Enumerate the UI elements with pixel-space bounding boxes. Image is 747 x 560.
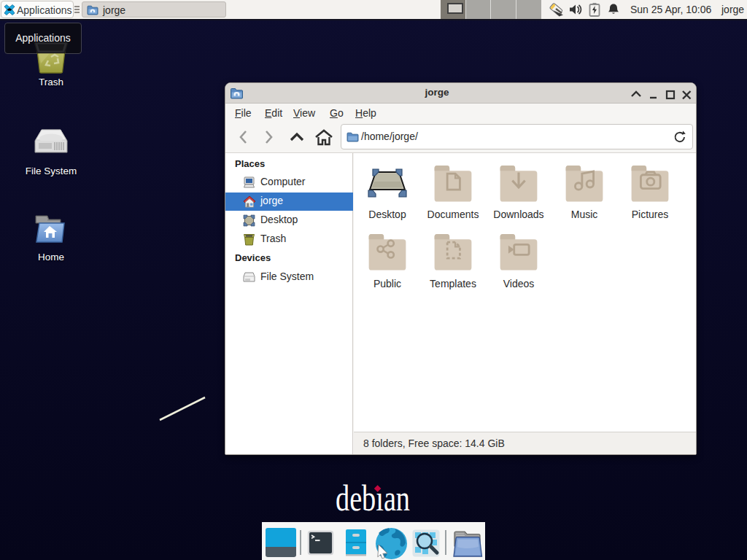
svg-text:debıan: debıan	[336, 478, 410, 516]
